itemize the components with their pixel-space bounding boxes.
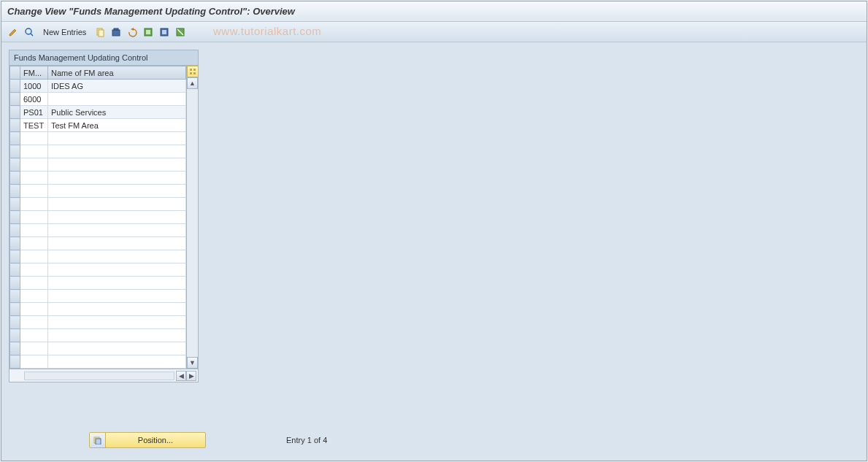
row-selector[interactable] (10, 250, 20, 263)
select-all-icon[interactable] (141, 25, 155, 39)
row-selector[interactable] (10, 158, 20, 172)
svg-point-0 (26, 28, 31, 34)
row-selector[interactable] (10, 303, 20, 316)
scroll-track[interactable] (187, 89, 198, 357)
row-selector[interactable] (10, 145, 20, 158)
cell-name[interactable] (48, 263, 186, 277)
row-selector[interactable] (10, 198, 20, 211)
cell-fm[interactable] (20, 211, 48, 224)
cell-name[interactable] (48, 132, 186, 145)
delete-icon[interactable] (109, 25, 123, 39)
row-selector[interactable] (10, 237, 20, 250)
cell-fm[interactable] (20, 329, 48, 342)
svg-line-1 (31, 34, 33, 36)
svg-rect-9 (162, 30, 166, 34)
svg-rect-15 (193, 72, 196, 74)
cell-name[interactable]: Test FM Area (48, 119, 186, 132)
position-icon (90, 433, 106, 447)
row-selector[interactable] (10, 80, 20, 93)
table-settings-icon[interactable] (187, 66, 199, 77)
cell-fm[interactable] (20, 145, 48, 158)
cell-name[interactable] (48, 250, 186, 263)
cell-name[interactable] (48, 316, 186, 329)
table-row (10, 342, 186, 355)
scroll-left-icon[interactable]: ◀ (176, 371, 186, 381)
cell-fm[interactable]: TEST (20, 119, 48, 132)
cell-name[interactable]: IDES AG (48, 80, 186, 93)
cell-fm[interactable]: 1000 (20, 80, 48, 93)
copy-as-icon[interactable] (93, 25, 107, 39)
svg-rect-7 (146, 30, 150, 34)
position-button[interactable]: Position... (89, 432, 206, 448)
cell-name[interactable] (48, 198, 186, 211)
cell-name[interactable] (48, 93, 186, 106)
cell-name[interactable] (48, 145, 186, 158)
cell-name[interactable] (48, 290, 186, 303)
cell-name[interactable] (48, 172, 186, 185)
table-row (10, 185, 186, 198)
details-icon[interactable] (22, 25, 37, 39)
cell-name[interactable] (48, 277, 186, 290)
row-selector[interactable] (10, 119, 20, 132)
cell-name[interactable]: Public Services (48, 106, 186, 119)
row-selector[interactable] (10, 224, 20, 237)
horizontal-scrollbar: ◀ ▶ (9, 369, 198, 382)
cell-fm[interactable]: 6000 (20, 93, 48, 106)
hscroll-track[interactable] (24, 371, 174, 380)
cell-name[interactable] (48, 329, 186, 342)
cell-name[interactable] (48, 158, 186, 172)
scroll-right-icon[interactable]: ▶ (186, 371, 196, 381)
table-row (10, 211, 186, 224)
cell-fm[interactable] (20, 237, 48, 250)
select-all-header[interactable] (10, 66, 20, 80)
cell-fm[interactable] (20, 342, 48, 355)
watermark-text: www.tutorialkart.com (213, 25, 321, 37)
row-selector[interactable] (10, 185, 20, 198)
cell-name[interactable] (48, 355, 186, 369)
row-selector[interactable] (10, 93, 20, 106)
cell-fm[interactable] (20, 250, 48, 263)
cell-fm[interactable] (20, 303, 48, 316)
scroll-up-icon[interactable]: ▲ (187, 77, 198, 89)
row-selector[interactable] (10, 277, 20, 290)
toggle-display-change-icon[interactable] (6, 25, 20, 39)
deselect-all-icon[interactable] (173, 25, 188, 39)
row-selector[interactable] (10, 290, 20, 303)
column-header-fm[interactable]: FM... (20, 66, 48, 80)
cell-fm[interactable] (20, 172, 48, 185)
table-row (10, 316, 186, 329)
cell-fm[interactable] (20, 224, 48, 237)
cell-fm[interactable] (20, 198, 48, 211)
cell-fm[interactable] (20, 263, 48, 277)
row-selector[interactable] (10, 316, 20, 329)
cell-name[interactable] (48, 185, 186, 198)
cell-name[interactable] (48, 342, 186, 355)
table-row: TESTTest FM Area (10, 119, 186, 132)
cell-name[interactable] (48, 237, 186, 250)
svg-rect-12 (190, 69, 192, 71)
cell-fm[interactable] (20, 277, 48, 290)
cell-name[interactable] (48, 224, 186, 237)
row-selector[interactable] (10, 106, 20, 119)
row-selector[interactable] (10, 132, 20, 145)
row-selector[interactable] (10, 172, 20, 185)
column-header-name[interactable]: Name of FM area (48, 66, 186, 80)
cell-fm[interactable] (20, 158, 48, 172)
cell-fm[interactable] (20, 355, 48, 369)
cell-name[interactable] (48, 303, 186, 316)
select-block-icon[interactable] (157, 25, 172, 39)
cell-fm[interactable]: PS01 (20, 106, 48, 119)
cell-fm[interactable] (20, 185, 48, 198)
scroll-down-icon[interactable]: ▼ (187, 357, 198, 369)
cell-fm[interactable] (20, 290, 48, 303)
row-selector[interactable] (10, 263, 20, 277)
cell-fm[interactable] (20, 132, 48, 145)
undo-change-icon[interactable] (125, 25, 139, 39)
row-selector[interactable] (10, 329, 20, 342)
row-selector[interactable] (10, 342, 20, 355)
row-selector[interactable] (10, 355, 20, 369)
cell-name[interactable] (48, 211, 186, 224)
row-selector[interactable] (10, 211, 20, 224)
new-entries-button[interactable]: New Entries (38, 25, 91, 39)
cell-fm[interactable] (20, 316, 48, 329)
